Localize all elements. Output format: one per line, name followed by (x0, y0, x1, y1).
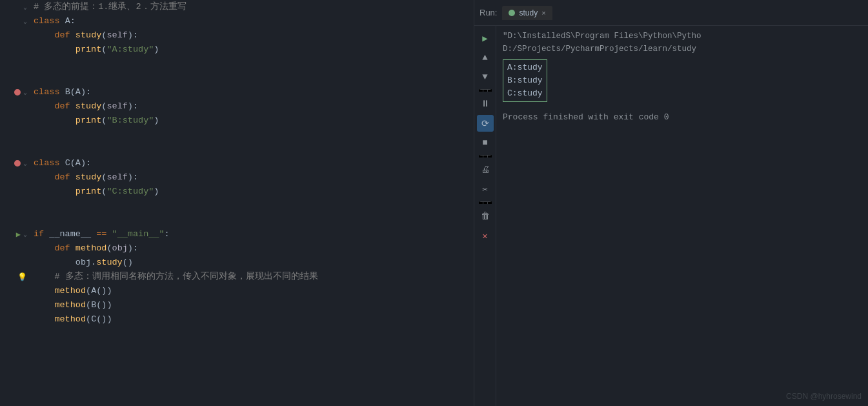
gutter-line: 💡 (0, 270, 31, 284)
gutter-line: ⌄ (0, 0, 31, 14)
cut-button[interactable]: ✂ (477, 181, 494, 198)
token-param: obj (112, 241, 128, 256)
token-param: self (106, 99, 127, 114)
gutter-line: ⌄ (0, 14, 31, 28)
token-plain: ): (128, 241, 138, 256)
token-fn-call: method (54, 298, 86, 312)
run-tab[interactable]: study × (502, 6, 552, 20)
token-cls-name: A (65, 14, 70, 28)
token-plain: __name__ (49, 227, 91, 241)
token-plain: ()) (96, 284, 112, 298)
code-line: class C(A): (34, 156, 474, 170)
run-tab-close[interactable]: × (541, 9, 545, 17)
token-kw-class: class (34, 14, 60, 28)
token-kw-class: class (34, 156, 60, 170)
token-fn-name: study (76, 28, 102, 43)
token-cls-name: C (91, 312, 96, 327)
token-plain: ) (154, 43, 159, 57)
token-plain (60, 14, 65, 28)
token-plain: () (123, 256, 133, 270)
code-line: method(B()) (34, 298, 474, 312)
fold-arrow[interactable]: ⌄ (22, 89, 28, 96)
token-plain (34, 28, 54, 43)
token-plain: ( (101, 28, 106, 43)
token-plain: ()) (96, 312, 112, 327)
token-cls-name: C (65, 156, 70, 170)
token-plain: ): (81, 156, 91, 170)
token-plain (34, 312, 54, 327)
run-toolbar: ▶▲▼⏸⟳■🖨✂🗑✕ (474, 26, 496, 406)
token-plain: ( (86, 298, 91, 312)
token-plain: : (165, 227, 170, 241)
token-plain: ( (70, 85, 76, 99)
breakpoint-dot (14, 160, 21, 167)
output-line: B:study (507, 74, 543, 87)
run-panel: Run: study × ▶▲▼⏸⟳■🖨✂🗑✕ "D:\InstalledS\P… (474, 0, 868, 406)
token-kw-class: class (34, 85, 60, 99)
gutter-line (0, 43, 31, 57)
gutter-line (0, 28, 31, 43)
run-tab-dot (509, 10, 515, 16)
code-line: obj.study() (34, 256, 474, 270)
fold-arrow[interactable]: ⌄ (22, 4, 28, 10)
process-line: Process finished with exit code 0 (503, 111, 862, 124)
token-comment-cn: # 多态：调用相同名称的方法，传入不同对象，展现出不同的结果 (54, 270, 318, 284)
token-str-val: "__main__" (112, 227, 165, 241)
gutter-line (0, 185, 31, 199)
token-plain: ( (106, 241, 112, 256)
token-str-val: "C:study" (106, 185, 154, 199)
token-fn-call: study (96, 256, 123, 270)
fold-arrow[interactable]: ⌄ (22, 160, 28, 167)
token-fn-call: print (76, 114, 102, 128)
token-plain: ()) (96, 298, 112, 312)
gutter-line: ▶⌄ (0, 227, 31, 241)
delete-button[interactable]: 🗑 (477, 208, 494, 225)
code-line: def study(self): (34, 170, 474, 185)
code-line: def study(self): (34, 28, 474, 43)
token-kw-if: if (34, 227, 44, 241)
token-plain (34, 241, 54, 256)
token-fn-call: method (54, 312, 86, 327)
token-kw-def: def (54, 28, 70, 43)
code-line: print("B:study") (34, 114, 474, 128)
scroll-up-button[interactable]: ▲ (477, 49, 494, 66)
token-plain: ( (86, 284, 91, 298)
token-fn-name: study (76, 99, 102, 114)
token-plain (34, 270, 54, 284)
token-plain (91, 227, 96, 241)
token-str-val: "A:study" (106, 43, 154, 57)
token-plain: : (70, 14, 76, 28)
token-fn-call: print (76, 185, 102, 199)
token-param: self (106, 28, 127, 43)
token-cls-name: B (91, 298, 96, 312)
gutter-line (0, 142, 31, 156)
token-plain: ): (128, 28, 138, 43)
watermark: CSDN @hyhrosewind (786, 392, 862, 401)
token-plain: ( (101, 185, 106, 199)
print-button[interactable]: 🖨 (477, 161, 494, 178)
token-plain: ): (128, 170, 138, 185)
token-cls-name: B (65, 85, 70, 99)
pause-button[interactable]: ⏸ (477, 96, 494, 112)
token-plain: ): (81, 85, 91, 99)
run-body: ▶▲▼⏸⟳■🖨✂🗑✕ "D:\InstalledS\Program Files\… (474, 26, 868, 406)
fold-arrow[interactable]: ⌄ (22, 18, 28, 25)
gutter-line (0, 71, 31, 85)
scroll-down-button[interactable]: ▼ (477, 68, 494, 85)
run-button[interactable]: ▶ (477, 30, 494, 46)
run-output: "D:\InstalledS\Program Files\Python\Pyth… (496, 26, 868, 406)
gutter-line (0, 128, 31, 142)
token-plain: ): (128, 99, 138, 114)
close-button[interactable]: ✕ (477, 227, 494, 244)
token-plain (70, 241, 76, 256)
fold-arrow[interactable]: ⌄ (22, 231, 28, 238)
token-cls-name: A (91, 284, 96, 298)
code-line: # 多态：调用相同名称的方法，传入不同对象，展现出不同的结果 (34, 270, 474, 284)
stop-button[interactable]: ■ (477, 134, 494, 151)
separator (479, 89, 492, 92)
run-label: Run: (479, 8, 497, 17)
rerun-button[interactable]: ⟳ (477, 115, 494, 132)
output-box: A:studyB:studyC:study (503, 59, 547, 102)
token-plain (106, 227, 112, 241)
output-path-1: "D:\InstalledS\Program Files\Python\Pyth… (503, 30, 862, 43)
